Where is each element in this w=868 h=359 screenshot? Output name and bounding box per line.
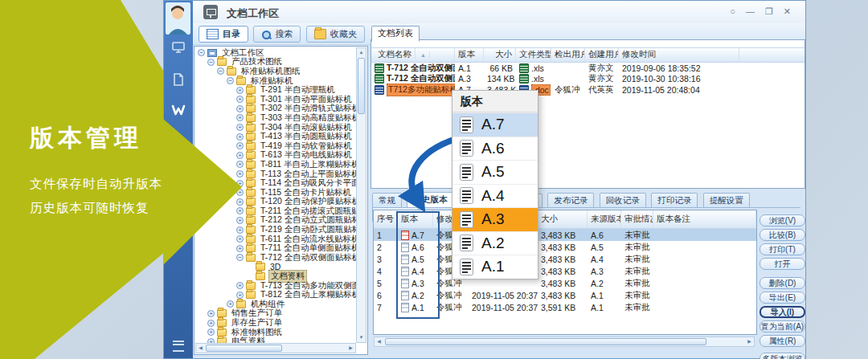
- detail-tab[interactable]: 打印记录: [651, 193, 698, 207]
- tree-toggle-icon[interactable]: [217, 67, 224, 75]
- tree-toggle-icon[interactable]: [236, 254, 244, 261]
- tree-toggle-icon[interactable]: [207, 328, 215, 336]
- scroll-down-icon[interactable]: ▼: [357, 333, 366, 342]
- tree-toggle-icon[interactable]: [236, 282, 244, 289]
- folder-icon: [246, 151, 256, 159]
- action-button[interactable]: 删除(D): [760, 277, 805, 289]
- tree-toggle-icon[interactable]: [236, 152, 244, 159]
- action-button[interactable]: 浏览(V): [760, 214, 805, 226]
- tree-toggle-icon[interactable]: [236, 217, 244, 224]
- scroll-right-icon[interactable]: ▶: [346, 344, 355, 353]
- column-header-name[interactable]: 文档名称▲: [371, 48, 455, 62]
- user-avatar[interactable]: [166, 2, 190, 35]
- column-header-version[interactable]: 版本: [455, 48, 484, 62]
- document-icon[interactable]: [170, 71, 186, 88]
- version-popup-item[interactable]: A.3: [452, 207, 538, 231]
- version-popup-item[interactable]: A.4: [452, 184, 538, 208]
- tree-toggle-icon[interactable]: [236, 124, 244, 131]
- action-button[interactable]: 导出(E): [760, 292, 805, 304]
- desktop-icon[interactable]: [170, 39, 186, 55]
- scroll-left-icon[interactable]: ◀: [375, 337, 383, 346]
- pin-icon[interactable]: ○: [730, 6, 735, 17]
- action-button[interactable]: 打开: [760, 258, 805, 270]
- toolbar-tab[interactable]: 目录: [199, 26, 248, 43]
- tree-toggle-icon[interactable]: [207, 59, 215, 66]
- tree-toggle-icon[interactable]: [236, 235, 244, 243]
- restore-icon[interactable]: ❐: [765, 6, 773, 17]
- column-header-filetype[interactable]: 文件类型: [516, 48, 551, 62]
- folder-icon: [246, 189, 256, 197]
- tree-toggle-icon[interactable]: [236, 133, 244, 141]
- tree-toggle-icon[interactable]: [236, 114, 244, 121]
- detail-tab[interactable]: 发布记录: [547, 193, 594, 207]
- column-header-approval[interactable]: 审批情况: [621, 210, 653, 228]
- action-button[interactable]: 打印(T): [760, 243, 805, 255]
- column-header-remark[interactable]: 版本备注: [653, 210, 756, 228]
- action-button[interactable]: 多版本浏览: [760, 353, 805, 359]
- document-icon: [460, 164, 473, 181]
- tree-horizontal-scrollbar[interactable]: ◀ ▶: [195, 343, 356, 353]
- tree-toggle-icon[interactable]: [236, 226, 244, 234]
- version-popup-item[interactable]: A.2: [452, 231, 538, 255]
- tree-toggle-icon[interactable]: [236, 207, 244, 214]
- tree-item[interactable]: T-712 全自动双侧面贴标机: [196, 253, 356, 263]
- folder-icon: [217, 328, 227, 337]
- approval-status-cell: 未审批: [621, 266, 653, 277]
- version-popup-item[interactable]: A.5: [452, 160, 538, 184]
- action-button[interactable]: 导入(I): [760, 306, 805, 318]
- column-header-size[interactable]: 大小: [538, 210, 588, 228]
- screenshot-canvas: 版本管理 文件保存时自动升版本 历史版本可随时恢复: [0, 0, 868, 359]
- tree-vertical-scrollbar[interactable]: ▲ ▼: [356, 47, 366, 343]
- tree-toggle-icon[interactable]: [198, 49, 205, 56]
- version-popup-item[interactable]: A.1: [452, 255, 538, 279]
- minimize-icon[interactable]: —: [746, 6, 755, 17]
- approval-status-cell: 未审批: [621, 302, 653, 313]
- folder-icon: [256, 272, 265, 280]
- tree-toggle-icon[interactable]: [236, 96, 244, 103]
- scroll-left-icon[interactable]: ◀: [196, 344, 205, 353]
- tree-toggle-icon[interactable]: [227, 300, 234, 308]
- scrollbar-thumb[interactable]: [206, 345, 282, 352]
- workflow-icon[interactable]: [170, 102, 186, 118]
- action-button[interactable]: 比较(B): [760, 229, 805, 241]
- document-row[interactable]: T-712 全自动双侧面贴标机... A.1 66 KB .xls 黄亦文 20…: [371, 63, 805, 74]
- tree-toggle-icon[interactable]: [207, 320, 215, 327]
- tree-toggle-icon[interactable]: [236, 292, 244, 299]
- creator-cell: 黄亦文: [585, 63, 619, 74]
- scrollbar-thumb[interactable]: [385, 338, 706, 345]
- column-header-checkout-user[interactable]: 检出用户: [551, 48, 585, 62]
- version-popup-item[interactable]: A.7: [452, 112, 538, 137]
- close-icon[interactable]: ✕: [784, 6, 791, 17]
- index-cell: 5: [374, 279, 398, 288]
- detail-tab[interactable]: 提醒设置: [703, 193, 750, 207]
- tree-toggle-icon[interactable]: [207, 310, 215, 317]
- tree-toggle-icon[interactable]: [236, 87, 244, 94]
- action-button[interactable]: 属性(R): [760, 335, 805, 347]
- version-popup-item[interactable]: A.6: [452, 137, 538, 161]
- column-header-creator[interactable]: 创建用户: [585, 48, 619, 62]
- toolbar-tab[interactable]: 搜索: [253, 26, 301, 43]
- tab-document-list[interactable]: 文档列表: [371, 26, 420, 42]
- sort-ascending-icon: ▲: [417, 51, 430, 58]
- column-header-modified[interactable]: 修改时间: [619, 48, 739, 62]
- column-header-source-version[interactable]: 来源版本: [588, 210, 621, 228]
- folder-icon: [236, 77, 246, 85]
- scroll-right-icon[interactable]: ▶: [745, 337, 754, 346]
- scroll-up-icon[interactable]: ▲: [357, 48, 366, 57]
- history-horizontal-scrollbar[interactable]: ◀ ▶: [374, 337, 755, 347]
- tree-toggle-icon[interactable]: [236, 142, 244, 149]
- action-button[interactable]: 置为当前(A): [760, 320, 805, 332]
- tree-toggle-icon[interactable]: [236, 245, 244, 252]
- scrollbar-thumb[interactable]: [358, 58, 365, 114]
- detail-tab[interactable]: 回收记录: [600, 193, 646, 207]
- column-header-size[interactable]: 大小: [484, 48, 516, 62]
- tree-toggle-icon[interactable]: [227, 77, 234, 84]
- tree-toggle-icon[interactable]: [236, 161, 244, 168]
- document-row[interactable]: T712多功能贴标机说明书.doc A.7 3,483 KB .doc 令狐冲 …: [371, 84, 805, 96]
- tree-toggle-icon[interactable]: [236, 170, 244, 177]
- toolbar-tab[interactable]: 收藏夹: [306, 26, 365, 43]
- approval-status-cell: 未审批: [621, 290, 653, 301]
- hamburger-menu-icon[interactable]: [173, 341, 184, 352]
- tree-toggle-icon[interactable]: [236, 198, 244, 206]
- tree-toggle-icon[interactable]: [236, 105, 244, 112]
